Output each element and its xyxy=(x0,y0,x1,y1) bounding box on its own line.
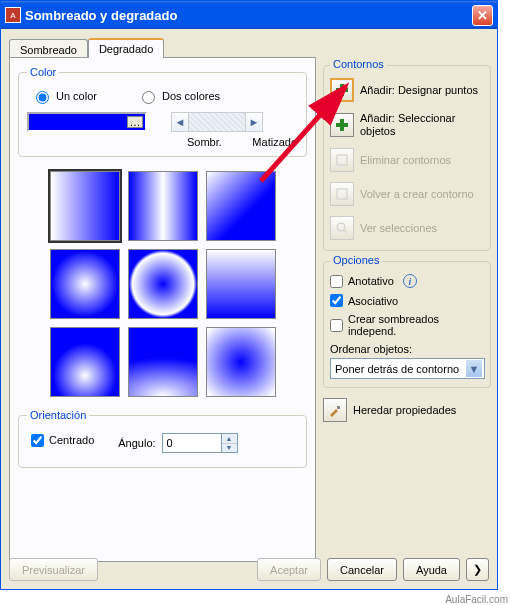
gradient-swatch-2[interactable] xyxy=(128,171,198,241)
window-title: Sombreado y degradado xyxy=(25,8,472,23)
svg-rect-1 xyxy=(336,88,348,92)
view-selections-button: Ver selecciones xyxy=(330,216,484,240)
angle-spinner[interactable]: ▲▼ xyxy=(162,433,238,453)
recreate-contour-button: Volver a crear contorno xyxy=(330,182,484,206)
svg-point-6 xyxy=(337,223,345,231)
orientation-group: Orientación Centrado Ángulo: ▲▼ xyxy=(18,409,307,468)
gradient-swatch-3[interactable] xyxy=(206,171,276,241)
angle-input[interactable] xyxy=(162,433,222,453)
brush-icon xyxy=(323,398,347,422)
remove-icon xyxy=(330,148,354,172)
recreate-icon xyxy=(330,182,354,206)
order-select-value: Poner detrás de contorno xyxy=(335,363,459,375)
titlebar[interactable]: A Sombreado y degradado ✕ xyxy=(1,1,497,29)
order-select[interactable]: Poner detrás de contorno ▼ xyxy=(330,358,485,379)
radio-two-colors[interactable]: Dos colores xyxy=(137,88,220,104)
radio-one-color-input[interactable] xyxy=(36,91,49,104)
scroll-right-button[interactable]: ► xyxy=(245,112,263,132)
options-group: Opciones Anotativoi Asociativo Crear som… xyxy=(323,261,491,388)
close-button[interactable]: ✕ xyxy=(472,5,493,26)
color-group: Color Un color Dos colores … ◄ ► xyxy=(18,66,307,157)
gradient-swatch-6[interactable] xyxy=(206,249,276,319)
angle-label: Ángulo: xyxy=(118,437,155,449)
contours-legend: Contornos xyxy=(330,58,387,70)
associative-checkbox-input[interactable] xyxy=(330,294,343,307)
color-swatch-button[interactable]: … xyxy=(27,112,147,132)
radio-one-color[interactable]: Un color xyxy=(31,88,97,104)
svg-rect-5 xyxy=(337,189,347,199)
help-button[interactable]: Ayuda xyxy=(403,558,460,581)
centered-checkbox-input[interactable] xyxy=(31,434,44,447)
tab-degradado[interactable]: Degradado xyxy=(88,38,164,58)
options-legend: Opciones xyxy=(330,254,382,266)
radio-two-colors-input[interactable] xyxy=(142,91,155,104)
gradient-swatch-5[interactable] xyxy=(128,249,198,319)
expand-button[interactable]: ❯ xyxy=(466,558,489,581)
tab-strip: Sombreado Degradado xyxy=(9,37,489,57)
annotative-checkbox-input[interactable] xyxy=(330,275,343,288)
angle-down-button[interactable]: ▼ xyxy=(222,444,237,453)
inherit-properties-button[interactable]: Heredar propiedades xyxy=(323,398,491,422)
info-icon[interactable]: i xyxy=(403,274,417,288)
independent-checkbox-input[interactable] xyxy=(330,319,343,332)
gradient-swatch-8[interactable] xyxy=(128,327,198,397)
dialog-buttons: Previsualizar Aceptar Cancelar Ayuda ❯ xyxy=(9,558,489,581)
ok-button: Aceptar xyxy=(257,558,321,581)
gradient-swatch-4[interactable] xyxy=(50,249,120,319)
gradient-swatches xyxy=(43,171,283,397)
scroll-left-button[interactable]: ◄ xyxy=(171,112,189,132)
plus-pick-icon xyxy=(330,78,354,102)
color-legend: Color xyxy=(27,66,59,78)
gradient-swatch-9[interactable] xyxy=(206,327,276,397)
angle-up-button[interactable]: ▲ xyxy=(222,434,237,444)
independent-checkbox[interactable]: Crear sombreados independ. xyxy=(330,313,484,337)
dialog-content: Sombreado Degradado Color Un color Dos c… xyxy=(1,29,497,589)
dialog-window: A Sombreado y degradado ✕ Sombreado Degr… xyxy=(0,0,498,590)
scroll-track[interactable] xyxy=(189,112,245,132)
annotative-checkbox[interactable]: Anotativoi xyxy=(330,274,484,288)
ellipsis-icon[interactable]: … xyxy=(127,116,143,128)
orientation-legend: Orientación xyxy=(27,409,89,421)
tint-slider[interactable]: ◄ ► xyxy=(171,112,263,132)
right-column: Contornos Añadir: Designar puntos Añadir… xyxy=(323,65,491,432)
cancel-button[interactable]: Cancelar xyxy=(327,558,397,581)
add-select-objects-button[interactable]: Añadir: Seleccionar objetos xyxy=(330,112,484,138)
svg-line-7 xyxy=(344,230,347,233)
tint-label: Matizado xyxy=(252,136,297,148)
app-icon: A xyxy=(5,7,21,23)
gradient-swatch-7[interactable] xyxy=(50,327,120,397)
order-label: Ordenar objetos: xyxy=(330,343,484,355)
preview-button: Previsualizar xyxy=(9,558,98,581)
chevron-down-icon: ▼ xyxy=(466,360,482,377)
contours-group: Contornos Añadir: Designar puntos Añadir… xyxy=(323,65,491,251)
add-pick-points-button[interactable]: Añadir: Designar puntos xyxy=(330,78,484,102)
svg-rect-8 xyxy=(337,406,340,409)
associative-checkbox[interactable]: Asociativo xyxy=(330,294,484,307)
tab-sombreado[interactable]: Sombreado xyxy=(9,39,88,59)
svg-rect-3 xyxy=(336,123,348,127)
svg-rect-4 xyxy=(337,155,347,165)
remove-contours-button: Eliminar contornos xyxy=(330,148,484,172)
tab-panel-degradado: Color Un color Dos colores … ◄ ► xyxy=(9,57,316,562)
plus-select-icon xyxy=(330,113,354,137)
centered-checkbox[interactable]: Centrado xyxy=(31,434,94,447)
gradient-swatch-1[interactable] xyxy=(50,171,120,241)
watermark: AulaFacil.com xyxy=(445,594,508,605)
magnifier-icon xyxy=(330,216,354,240)
shade-label: Sombr. xyxy=(187,136,222,148)
